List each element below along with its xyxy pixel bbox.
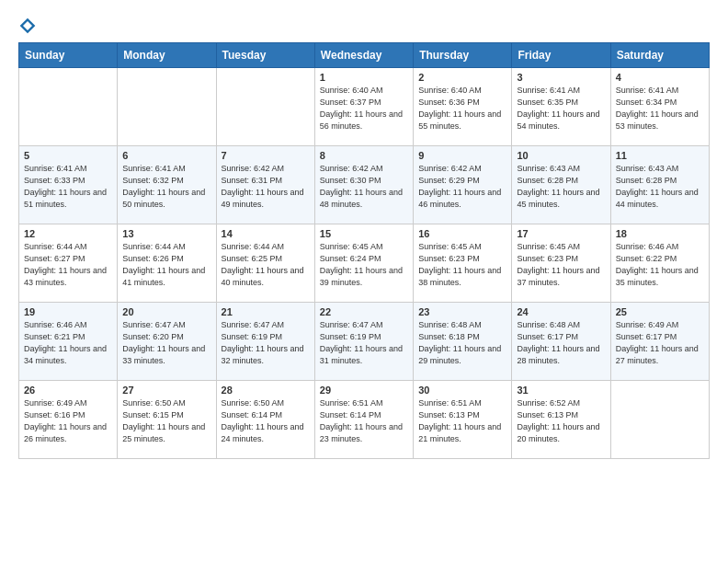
calendar-cell: 4Sunrise: 6:41 AM Sunset: 6:34 PM Daylig… — [610, 68, 709, 146]
day-info: Sunrise: 6:42 AM Sunset: 6:30 PM Dayligh… — [320, 163, 408, 211]
calendar-cell: 16Sunrise: 6:45 AM Sunset: 6:23 PM Dayli… — [414, 224, 512, 303]
day-info: Sunrise: 6:43 AM Sunset: 6:28 PM Dayligh… — [517, 163, 605, 211]
calendar-cell: 5Sunrise: 6:41 AM Sunset: 6:33 PM Daylig… — [19, 146, 118, 224]
day-number: 22 — [320, 306, 408, 317]
calendar-cell: 1Sunrise: 6:40 AM Sunset: 6:37 PM Daylig… — [314, 68, 413, 146]
day-info: Sunrise: 6:49 AM Sunset: 6:16 PM Dayligh… — [24, 397, 112, 445]
calendar-cell: 21Sunrise: 6:47 AM Sunset: 6:19 PM Dayli… — [216, 303, 314, 381]
week-row-2: 5Sunrise: 6:41 AM Sunset: 6:33 PM Daylig… — [19, 146, 710, 224]
calendar-cell: 25Sunrise: 6:49 AM Sunset: 6:17 PM Dayli… — [610, 303, 709, 381]
week-row-1: 1Sunrise: 6:40 AM Sunset: 6:37 PM Daylig… — [19, 68, 710, 146]
week-row-5: 26Sunrise: 6:49 AM Sunset: 6:16 PM Dayli… — [19, 381, 710, 459]
week-row-3: 12Sunrise: 6:44 AM Sunset: 6:27 PM Dayli… — [19, 224, 710, 303]
day-number: 29 — [320, 385, 408, 396]
day-number: 6 — [122, 150, 210, 161]
calendar-cell — [118, 68, 216, 146]
calendar-cell: 8Sunrise: 6:42 AM Sunset: 6:30 PM Daylig… — [314, 146, 413, 224]
day-number: 3 — [517, 72, 605, 83]
calendar-cell: 17Sunrise: 6:45 AM Sunset: 6:23 PM Dayli… — [512, 224, 610, 303]
weekday-header-sunday: Sunday — [19, 43, 118, 68]
day-info: Sunrise: 6:51 AM Sunset: 6:13 PM Dayligh… — [418, 397, 506, 445]
weekday-header-monday: Monday — [118, 43, 216, 68]
day-info: Sunrise: 6:43 AM Sunset: 6:28 PM Dayligh… — [616, 163, 704, 211]
day-number: 4 — [616, 72, 704, 83]
calendar-cell: 12Sunrise: 6:44 AM Sunset: 6:27 PM Dayli… — [19, 224, 118, 303]
day-info: Sunrise: 6:40 AM Sunset: 6:37 PM Dayligh… — [320, 85, 408, 132]
calendar-cell: 28Sunrise: 6:50 AM Sunset: 6:14 PM Dayli… — [216, 381, 314, 459]
day-info: Sunrise: 6:45 AM Sunset: 6:24 PM Dayligh… — [320, 241, 408, 289]
day-number: 15 — [320, 228, 408, 239]
day-info: Sunrise: 6:46 AM Sunset: 6:22 PM Dayligh… — [616, 241, 704, 289]
calendar-cell: 30Sunrise: 6:51 AM Sunset: 6:13 PM Dayli… — [414, 381, 512, 459]
weekday-header-saturday: Saturday — [610, 43, 709, 68]
calendar-cell: 2Sunrise: 6:40 AM Sunset: 6:36 PM Daylig… — [414, 68, 512, 146]
day-number: 28 — [222, 385, 310, 396]
weekday-header-row: SundayMondayTuesdayWednesdayThursdayFrid… — [19, 43, 710, 68]
calendar-cell: 31Sunrise: 6:52 AM Sunset: 6:13 PM Dayli… — [512, 381, 610, 459]
day-info: Sunrise: 6:42 AM Sunset: 6:29 PM Dayligh… — [418, 163, 506, 211]
day-number: 21 — [222, 306, 310, 317]
calendar-cell: 26Sunrise: 6:49 AM Sunset: 6:16 PM Dayli… — [19, 381, 118, 459]
day-info: Sunrise: 6:44 AM Sunset: 6:25 PM Dayligh… — [222, 241, 310, 289]
day-number: 9 — [418, 150, 506, 161]
day-info: Sunrise: 6:47 AM Sunset: 6:19 PM Dayligh… — [320, 319, 408, 367]
calendar-cell — [216, 68, 314, 146]
calendar-cell: 3Sunrise: 6:41 AM Sunset: 6:35 PM Daylig… — [512, 68, 610, 146]
day-info: Sunrise: 6:48 AM Sunset: 6:18 PM Dayligh… — [418, 319, 506, 367]
calendar-cell: 20Sunrise: 6:47 AM Sunset: 6:20 PM Dayli… — [118, 303, 216, 381]
day-number: 18 — [616, 228, 704, 239]
day-number: 5 — [24, 150, 112, 161]
day-number: 30 — [418, 385, 506, 396]
day-info: Sunrise: 6:41 AM Sunset: 6:32 PM Dayligh… — [122, 163, 210, 211]
day-info: Sunrise: 6:41 AM Sunset: 6:33 PM Dayligh… — [24, 163, 112, 211]
calendar-cell: 19Sunrise: 6:46 AM Sunset: 6:21 PM Dayli… — [19, 303, 118, 381]
day-info: Sunrise: 6:45 AM Sunset: 6:23 PM Dayligh… — [418, 241, 506, 289]
day-number: 17 — [517, 228, 605, 239]
calendar-table: SundayMondayTuesdayWednesdayThursdayFrid… — [18, 42, 710, 459]
calendar-cell: 27Sunrise: 6:50 AM Sunset: 6:15 PM Dayli… — [118, 381, 216, 459]
calendar-cell: 14Sunrise: 6:44 AM Sunset: 6:25 PM Dayli… — [216, 224, 314, 303]
day-info: Sunrise: 6:49 AM Sunset: 6:17 PM Dayligh… — [616, 319, 704, 367]
day-info: Sunrise: 6:45 AM Sunset: 6:23 PM Dayligh… — [517, 241, 605, 289]
day-info: Sunrise: 6:41 AM Sunset: 6:34 PM Dayligh… — [616, 85, 704, 132]
day-number: 20 — [122, 306, 210, 317]
logo — [18, 17, 40, 35]
day-number: 25 — [616, 306, 704, 317]
day-number: 7 — [222, 150, 310, 161]
day-number: 23 — [418, 306, 506, 317]
weekday-header-tuesday: Tuesday — [216, 43, 314, 68]
day-number: 14 — [222, 228, 310, 239]
weekday-header-friday: Friday — [512, 43, 610, 68]
day-number: 12 — [24, 228, 112, 239]
calendar-cell: 29Sunrise: 6:51 AM Sunset: 6:14 PM Dayli… — [314, 381, 413, 459]
day-number: 10 — [517, 150, 605, 161]
calendar-cell: 18Sunrise: 6:46 AM Sunset: 6:22 PM Dayli… — [610, 224, 709, 303]
weekday-header-wednesday: Wednesday — [314, 43, 413, 68]
day-info: Sunrise: 6:50 AM Sunset: 6:14 PM Dayligh… — [222, 397, 310, 445]
day-info: Sunrise: 6:50 AM Sunset: 6:15 PM Dayligh… — [122, 397, 210, 445]
calendar-cell: 24Sunrise: 6:48 AM Sunset: 6:17 PM Dayli… — [512, 303, 610, 381]
calendar-cell — [19, 68, 118, 146]
calendar-cell: 7Sunrise: 6:42 AM Sunset: 6:31 PM Daylig… — [216, 146, 314, 224]
day-info: Sunrise: 6:47 AM Sunset: 6:20 PM Dayligh… — [122, 319, 210, 367]
day-number: 19 — [24, 306, 112, 317]
calendar-cell: 11Sunrise: 6:43 AM Sunset: 6:28 PM Dayli… — [610, 146, 709, 224]
day-info: Sunrise: 6:44 AM Sunset: 6:26 PM Dayligh… — [122, 241, 210, 289]
day-info: Sunrise: 6:42 AM Sunset: 6:31 PM Dayligh… — [222, 163, 310, 211]
calendar-cell: 9Sunrise: 6:42 AM Sunset: 6:29 PM Daylig… — [414, 146, 512, 224]
day-info: Sunrise: 6:48 AM Sunset: 6:17 PM Dayligh… — [517, 319, 605, 367]
calendar-cell: 23Sunrise: 6:48 AM Sunset: 6:18 PM Dayli… — [414, 303, 512, 381]
weekday-header-thursday: Thursday — [414, 43, 512, 68]
day-number: 27 — [122, 385, 210, 396]
calendar-cell: 6Sunrise: 6:41 AM Sunset: 6:32 PM Daylig… — [118, 146, 216, 224]
day-info: Sunrise: 6:52 AM Sunset: 6:13 PM Dayligh… — [517, 397, 605, 445]
day-number: 2 — [418, 72, 506, 83]
calendar-cell: 10Sunrise: 6:43 AM Sunset: 6:28 PM Dayli… — [512, 146, 610, 224]
calendar-cell: 13Sunrise: 6:44 AM Sunset: 6:26 PM Dayli… — [118, 224, 216, 303]
day-info: Sunrise: 6:51 AM Sunset: 6:14 PM Dayligh… — [320, 397, 408, 445]
day-info: Sunrise: 6:47 AM Sunset: 6:19 PM Dayligh… — [222, 319, 310, 367]
day-number: 8 — [320, 150, 408, 161]
day-number: 31 — [517, 385, 605, 396]
calendar-cell — [610, 381, 709, 459]
day-info: Sunrise: 6:40 AM Sunset: 6:36 PM Dayligh… — [418, 85, 506, 132]
